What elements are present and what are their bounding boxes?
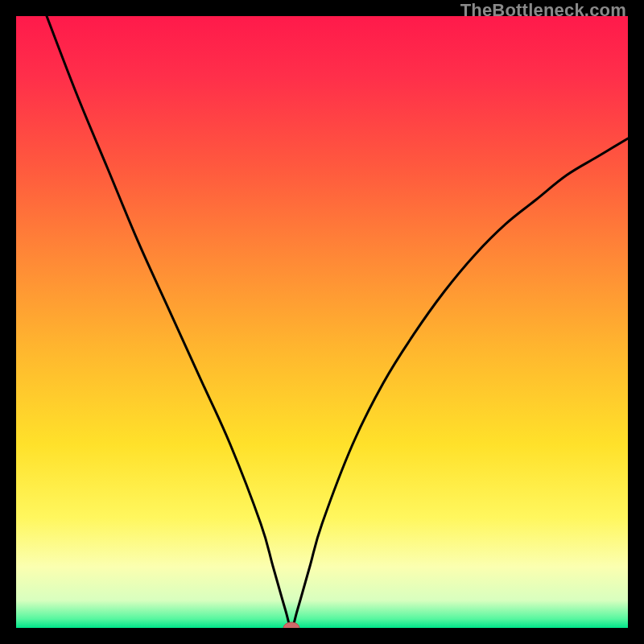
watermark-text: TheBottleneck.com: [460, 0, 626, 21]
gradient-background: [16, 16, 628, 628]
chart-frame: [16, 16, 628, 628]
bottleneck-chart: [16, 16, 628, 628]
